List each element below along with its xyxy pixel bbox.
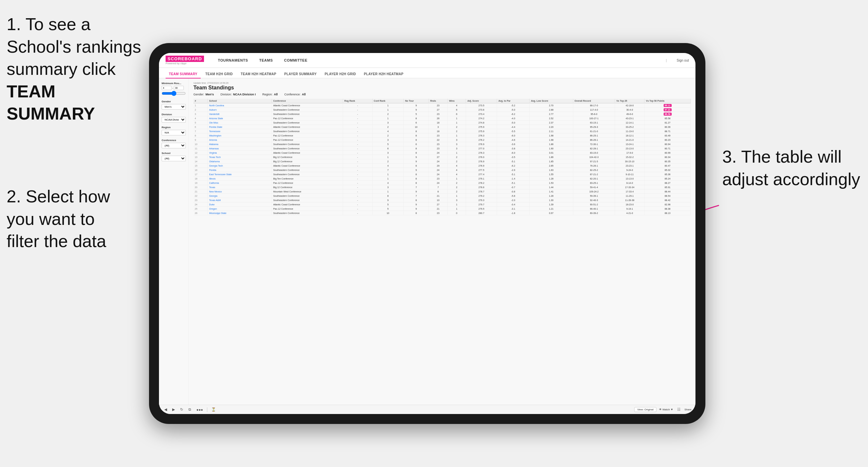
cell-school[interactable]: Oklahoma <box>208 159 272 164</box>
cell-school[interactable]: Arizona State <box>208 116 272 121</box>
cell-pts: 87.21 <box>645 107 691 112</box>
tab-player-h2h-heatmap[interactable]: PLAYER H2H HEATMAP <box>361 70 407 79</box>
tab-team-h2h-heatmap[interactable]: TEAM H2H HEATMAP <box>238 70 280 79</box>
cell-wins: 2 <box>447 129 466 133</box>
nav-tournaments[interactable]: TOURNAMENTS <box>217 57 249 64</box>
cell-adj: -0.7 <box>497 185 529 189</box>
conf-filter-val: All <box>302 93 306 96</box>
toolbar-clock[interactable]: ⏳ <box>210 407 217 412</box>
toolbar-reload[interactable]: ↻ <box>179 407 184 412</box>
cell-rag: - <box>343 125 372 129</box>
cell-school[interactable]: Florida State <box>208 125 272 129</box>
standings-table: # School Conference Rag Rank Conf Rank N… <box>193 99 691 215</box>
cell-pts: 80.35 <box>645 159 691 164</box>
table-row: 19 California Pac-12 Conference - 4 8 24… <box>193 181 691 185</box>
cell-pts: 85.91 <box>645 185 691 189</box>
cell-school[interactable]: Washington <box>208 133 272 138</box>
col-header-conf-rank: Conf Rank <box>372 99 404 103</box>
cell-rag: - <box>343 107 372 112</box>
cell-school[interactable]: Arkansas <box>208 146 272 151</box>
cell-conf: Mountain West Conference <box>272 189 343 194</box>
cell-school[interactable]: New Mexico <box>208 189 272 194</box>
cell-school[interactable]: North Carolina <box>208 103 272 107</box>
cell-no-tour: 9 <box>404 203 429 207</box>
bottom-toolbar: ◀ ▶ ↻ ⧉ ●●● ⏳ View: Original 👁 Watch ▼ ☷… <box>159 405 695 414</box>
sign-out-link[interactable]: Sign out <box>677 59 689 62</box>
cell-school[interactable]: California <box>208 181 272 185</box>
division-filter-label: Division: <box>221 93 232 96</box>
cell-adj: -4.0 <box>497 116 529 121</box>
cell-vs25: 17-33-4 <box>615 189 645 194</box>
nav-committee[interactable]: COMMITTEE <box>283 57 308 64</box>
watch-button[interactable]: 👁 Watch ▼ <box>659 408 673 411</box>
filter-conference-select[interactable]: (All) <box>162 143 186 148</box>
cell-school[interactable]: Illinois <box>208 177 272 181</box>
toolbar-copy[interactable]: ⧉ <box>187 407 192 412</box>
nav-teams[interactable]: TEAMS <box>259 57 274 64</box>
cell-school[interactable]: Vanderbilt <box>208 112 272 116</box>
cell-school[interactable]: Oregon <box>208 207 272 211</box>
eye-icon: 👁 <box>659 408 662 411</box>
cell-adj: -2.9 <box>497 168 529 172</box>
table-row: 9 Arizona Pac-12 Conference - 3 8 22 3 2… <box>193 138 691 142</box>
cell-rag: - <box>343 177 372 181</box>
cell-school[interactable]: Alabama <box>208 142 272 146</box>
table-row: 14 Oklahoma Big 12 Conference - 2 9 24 2… <box>193 159 691 164</box>
filter-min-input[interactable] <box>162 86 172 90</box>
cell-wins: 3 <box>447 198 466 203</box>
cell-score: 273.4 <box>466 112 497 116</box>
cell-avg-low: 1.21 <box>530 207 573 211</box>
tab-player-summary[interactable]: PLAYER SUMMARY <box>281 70 320 79</box>
cell-school[interactable]: Georgia <box>208 194 272 198</box>
gender-filter-label: Gender: <box>193 93 204 96</box>
cell-rnds: 22 <box>429 138 448 142</box>
filter-gender-select[interactable]: Men's Women's <box>162 104 186 110</box>
toolbar-forward[interactable]: ▶ <box>171 407 176 412</box>
filter-region-select[interactable]: N/A All <box>162 130 186 135</box>
cell-school[interactable]: Virginia <box>208 151 272 155</box>
cell-school[interactable]: Texas <box>208 185 272 189</box>
cell-school[interactable]: Arizona <box>208 138 272 142</box>
filter-division: Division NCAA Division I NCAA Division I… <box>162 113 186 123</box>
tab-team-h2h-grid[interactable]: TEAM H2H GRID <box>202 70 236 79</box>
cell-vs25: 17-33-34 <box>615 185 645 189</box>
cell-conf-rank: 1 <box>372 116 404 121</box>
view-original-button[interactable]: View: Original <box>634 407 656 412</box>
cell-vs25: 9-24-0 <box>615 168 645 172</box>
filter-min-rounds-label: Minimum Rou... <box>162 82 186 85</box>
share-button[interactable]: Share <box>685 408 691 411</box>
filter-school-select[interactable]: (All) <box>162 156 186 161</box>
cell-school[interactable]: Ole Miss <box>208 121 272 125</box>
table-row: 18 Illinois Big Ten Conference - 1 8 23 … <box>193 177 691 181</box>
cell-school[interactable]: Tennessee <box>208 129 272 133</box>
watch-chevron: ▼ <box>671 408 673 411</box>
toolbar-grid[interactable]: ☷ <box>676 407 682 412</box>
cell-conf: Pac-12 Conference <box>272 138 343 142</box>
cell-vs25: 15-32-2 <box>615 155 645 159</box>
cell-rnds: 23 <box>429 133 448 138</box>
cell-rnds: 23 <box>429 103 448 107</box>
cell-school[interactable]: Florida <box>208 168 272 172</box>
cell-school[interactable]: Georgia Tech <box>208 164 272 168</box>
cell-score: 277.4 <box>466 172 497 177</box>
filter-slider[interactable] <box>162 91 186 96</box>
cell-wins: 4 <box>447 164 466 168</box>
table-row: 7 Tennessee Southeastern Conference - 4 … <box>193 129 691 133</box>
toolbar-more[interactable]: ●●● <box>195 407 204 412</box>
table-row: 6 Florida State Atlantic Coast Conferenc… <box>193 125 691 129</box>
cell-rank: 25 <box>193 207 208 211</box>
cell-school[interactable]: Auburn <box>208 107 272 112</box>
cell-rag: - <box>343 189 372 194</box>
toolbar-back[interactable]: ◀ <box>163 407 168 412</box>
cell-school[interactable]: Duke <box>208 203 272 207</box>
cell-overall: 66-40-1 <box>573 207 615 211</box>
filter-max-input[interactable] <box>174 86 184 90</box>
tab-team-summary[interactable]: TEAM SUMMARY <box>165 70 201 79</box>
cell-school[interactable]: Mississippi State <box>208 211 272 215</box>
filter-division-select[interactable]: NCAA Division I NCAA Division II <box>162 117 186 123</box>
cell-school[interactable]: Texas Tech <box>208 155 272 159</box>
cell-conf: Southeastern Conference <box>272 146 343 151</box>
tab-player-h2h-grid[interactable]: PLAYER H2H GRID <box>321 70 359 79</box>
cell-school[interactable]: Texas A&M <box>208 198 272 203</box>
cell-school[interactable]: East Tennessee State <box>208 172 272 177</box>
